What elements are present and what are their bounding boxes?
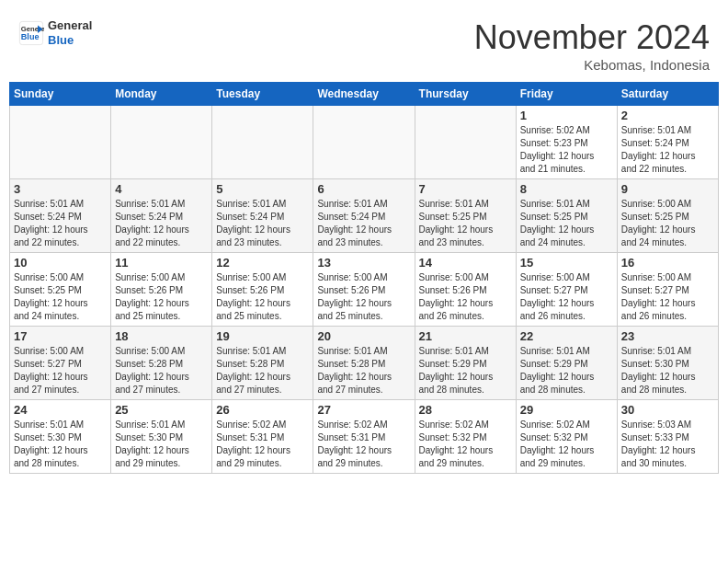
day-number: 28	[419, 403, 512, 417]
day-number: 25	[115, 403, 208, 417]
calendar-cell: 21Sunrise: 5:01 AM Sunset: 5:29 PM Dayli…	[415, 327, 516, 400]
calendar-cell: 13Sunrise: 5:00 AM Sunset: 5:26 PM Dayli…	[313, 253, 415, 327]
calendar-cell: 15Sunrise: 5:00 AM Sunset: 5:27 PM Dayli…	[516, 253, 617, 327]
weekday-saturday: Saturday	[617, 83, 718, 106]
calendar-cell: 8Sunrise: 5:01 AM Sunset: 5:25 PM Daylig…	[516, 179, 617, 253]
calendar-week-5: 24Sunrise: 5:01 AM Sunset: 5:30 PM Dayli…	[10, 400, 719, 474]
calendar-cell: 17Sunrise: 5:00 AM Sunset: 5:27 PM Dayli…	[10, 327, 111, 400]
day-number: 4	[115, 182, 208, 196]
calendar-cell	[111, 106, 212, 179]
calendar-table: SundayMondayTuesdayWednesdayThursdayFrid…	[9, 82, 719, 474]
day-number: 18	[115, 329, 208, 343]
day-number: 20	[317, 329, 410, 343]
page-header: General Blue General Blue November 2024 …	[9, 9, 719, 77]
day-info: Sunrise: 5:01 AM Sunset: 5:30 PM Dayligh…	[115, 419, 208, 470]
day-number: 14	[419, 256, 512, 270]
calendar-cell: 29Sunrise: 5:02 AM Sunset: 5:32 PM Dayli…	[516, 400, 617, 474]
day-info: Sunrise: 5:00 AM Sunset: 5:27 PM Dayligh…	[621, 271, 714, 323]
day-info: Sunrise: 5:03 AM Sunset: 5:33 PM Dayligh…	[621, 419, 714, 470]
calendar-week-3: 10Sunrise: 5:00 AM Sunset: 5:25 PM Dayli…	[10, 253, 719, 327]
calendar-cell: 30Sunrise: 5:03 AM Sunset: 5:33 PM Dayli…	[617, 400, 718, 474]
day-number: 9	[621, 182, 714, 196]
day-number: 21	[419, 329, 512, 343]
day-info: Sunrise: 5:01 AM Sunset: 5:28 PM Dayligh…	[216, 345, 309, 396]
day-info: Sunrise: 5:02 AM Sunset: 5:23 PM Dayligh…	[520, 124, 613, 176]
day-number: 23	[621, 329, 714, 343]
calendar-cell: 22Sunrise: 5:01 AM Sunset: 5:29 PM Dayli…	[516, 327, 617, 400]
day-number: 24	[14, 403, 107, 417]
calendar-cell: 27Sunrise: 5:02 AM Sunset: 5:31 PM Dayli…	[313, 400, 415, 474]
day-info: Sunrise: 5:00 AM Sunset: 5:25 PM Dayligh…	[14, 271, 107, 323]
day-info: Sunrise: 5:00 AM Sunset: 5:27 PM Dayligh…	[520, 271, 613, 323]
logo: General Blue General Blue	[18, 18, 92, 47]
day-info: Sunrise: 5:01 AM Sunset: 5:24 PM Dayligh…	[317, 198, 410, 249]
day-info: Sunrise: 5:02 AM Sunset: 5:32 PM Dayligh…	[419, 419, 512, 470]
calendar-cell	[10, 106, 111, 179]
calendar-week-4: 17Sunrise: 5:00 AM Sunset: 5:27 PM Dayli…	[10, 327, 719, 400]
day-info: Sunrise: 5:01 AM Sunset: 5:25 PM Dayligh…	[520, 198, 613, 249]
day-number: 7	[419, 182, 512, 196]
logo-general: General	[48, 18, 92, 33]
day-info: Sunrise: 5:00 AM Sunset: 5:26 PM Dayligh…	[419, 271, 512, 323]
day-info: Sunrise: 5:00 AM Sunset: 5:26 PM Dayligh…	[317, 271, 410, 323]
day-info: Sunrise: 5:00 AM Sunset: 5:25 PM Dayligh…	[621, 198, 714, 249]
calendar-cell: 10Sunrise: 5:00 AM Sunset: 5:25 PM Dayli…	[10, 253, 111, 327]
weekday-wednesday: Wednesday	[313, 83, 415, 106]
weekday-header-row: SundayMondayTuesdayWednesdayThursdayFrid…	[10, 83, 719, 106]
calendar-cell: 5Sunrise: 5:01 AM Sunset: 5:24 PM Daylig…	[212, 179, 313, 253]
day-info: Sunrise: 5:01 AM Sunset: 5:25 PM Dayligh…	[419, 198, 512, 249]
day-number: 17	[14, 329, 107, 343]
day-info: Sunrise: 5:00 AM Sunset: 5:27 PM Dayligh…	[14, 345, 107, 396]
calendar-cell: 18Sunrise: 5:00 AM Sunset: 5:28 PM Dayli…	[111, 327, 212, 400]
day-info: Sunrise: 5:01 AM Sunset: 5:24 PM Dayligh…	[216, 198, 309, 249]
day-number: 30	[621, 403, 714, 417]
calendar-cell: 1Sunrise: 5:02 AM Sunset: 5:23 PM Daylig…	[516, 106, 617, 179]
day-number: 13	[317, 256, 410, 270]
title-block: November 2024 Kebomas, Indonesia	[474, 18, 710, 73]
day-number: 3	[14, 182, 107, 196]
calendar-cell: 14Sunrise: 5:00 AM Sunset: 5:26 PM Dayli…	[415, 253, 516, 327]
logo-icon: General Blue	[18, 20, 44, 46]
weekday-sunday: Sunday	[10, 83, 111, 106]
calendar-cell: 25Sunrise: 5:01 AM Sunset: 5:30 PM Dayli…	[111, 400, 212, 474]
calendar-cell: 2Sunrise: 5:01 AM Sunset: 5:24 PM Daylig…	[617, 106, 718, 179]
calendar-cell: 11Sunrise: 5:00 AM Sunset: 5:26 PM Dayli…	[111, 253, 212, 327]
day-number: 12	[216, 256, 309, 270]
day-number: 6	[317, 182, 410, 196]
day-info: Sunrise: 5:01 AM Sunset: 5:28 PM Dayligh…	[317, 345, 410, 396]
day-number: 1	[520, 109, 613, 122]
calendar-cell: 20Sunrise: 5:01 AM Sunset: 5:28 PM Dayli…	[313, 327, 415, 400]
day-number: 27	[317, 403, 410, 417]
weekday-friday: Friday	[516, 83, 617, 106]
day-number: 16	[621, 256, 714, 270]
calendar-cell	[415, 106, 516, 179]
day-info: Sunrise: 5:02 AM Sunset: 5:32 PM Dayligh…	[520, 419, 613, 470]
calendar-week-1: 1Sunrise: 5:02 AM Sunset: 5:23 PM Daylig…	[10, 106, 719, 179]
calendar-cell: 28Sunrise: 5:02 AM Sunset: 5:32 PM Dayli…	[415, 400, 516, 474]
calendar-cell: 23Sunrise: 5:01 AM Sunset: 5:30 PM Dayli…	[617, 327, 718, 400]
day-info: Sunrise: 5:01 AM Sunset: 5:24 PM Dayligh…	[115, 198, 208, 249]
day-info: Sunrise: 5:00 AM Sunset: 5:28 PM Dayligh…	[115, 345, 208, 396]
svg-text:Blue: Blue	[21, 32, 40, 41]
calendar-cell: 3Sunrise: 5:01 AM Sunset: 5:24 PM Daylig…	[10, 179, 111, 253]
day-number: 10	[14, 256, 107, 270]
calendar-cell: 19Sunrise: 5:01 AM Sunset: 5:28 PM Dayli…	[212, 327, 313, 400]
day-info: Sunrise: 5:01 AM Sunset: 5:29 PM Dayligh…	[520, 345, 613, 396]
day-number: 19	[216, 329, 309, 343]
calendar-cell: 4Sunrise: 5:01 AM Sunset: 5:24 PM Daylig…	[111, 179, 212, 253]
calendar-cell: 24Sunrise: 5:01 AM Sunset: 5:30 PM Dayli…	[10, 400, 111, 474]
day-info: Sunrise: 5:01 AM Sunset: 5:24 PM Dayligh…	[621, 124, 714, 176]
calendar-cell	[212, 106, 313, 179]
weekday-thursday: Thursday	[415, 83, 516, 106]
day-number: 22	[520, 329, 613, 343]
calendar-cell: 7Sunrise: 5:01 AM Sunset: 5:25 PM Daylig…	[415, 179, 516, 253]
day-number: 2	[621, 109, 714, 122]
day-info: Sunrise: 5:01 AM Sunset: 5:24 PM Dayligh…	[14, 198, 107, 249]
calendar-cell	[313, 106, 415, 179]
day-info: Sunrise: 5:01 AM Sunset: 5:30 PM Dayligh…	[14, 419, 107, 470]
location: Kebomas, Indonesia	[474, 57, 710, 73]
calendar-week-2: 3Sunrise: 5:01 AM Sunset: 5:24 PM Daylig…	[10, 179, 719, 253]
calendar-cell: 6Sunrise: 5:01 AM Sunset: 5:24 PM Daylig…	[313, 179, 415, 253]
day-number: 15	[520, 256, 613, 270]
logo-blue: Blue	[48, 33, 92, 48]
